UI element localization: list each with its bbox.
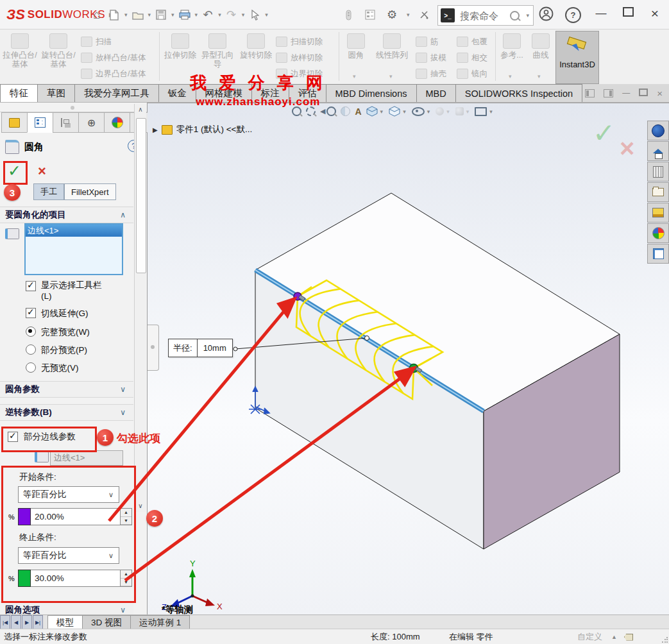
dock-pane-left-icon[interactable] — [585, 89, 595, 97]
section-view-icon[interactable] — [341, 106, 350, 116]
tab-property-manager[interactable] — [27, 112, 53, 133]
xpress-tools-icon[interactable] — [416, 6, 433, 23]
edge-selection-list[interactable]: 边线<1> — [24, 223, 123, 275]
home-icon[interactable]: ⌂ — [89, 6, 105, 23]
radius-callout[interactable]: 半径: 10mm — [168, 339, 233, 357]
search-icon[interactable] — [510, 11, 520, 21]
instant3d-button[interactable]: Instant3D — [555, 31, 599, 84]
tab-appearances[interactable] — [647, 223, 669, 243]
minimize-button[interactable]: — — [591, 7, 611, 20]
select-caret[interactable]: ▾ — [265, 12, 268, 18]
settings-caret[interactable]: ▾ — [407, 12, 410, 18]
graphics-viewport[interactable]: Y X Z ◀ A ▾ ▾ ▾ ▾ ▾ ▾ ▶ 零件1 (默认 — [148, 103, 669, 615]
undo-icon[interactable]: ↶ — [199, 6, 216, 23]
tab-design-library[interactable] — [647, 162, 669, 182]
tab-3d-views[interactable]: 3D 视图 — [82, 615, 131, 629]
tab-mbd[interactable]: MBD — [416, 84, 456, 102]
dock-pane-right-icon[interactable] — [604, 89, 613, 97]
flyout-feature-tree[interactable]: ▶ 零件1 (默认) <<默... — [153, 124, 252, 135]
display-style-icon[interactable]: ▾ — [366, 106, 385, 117]
doc-restore-icon[interactable] — [639, 89, 648, 98]
panel-splitter[interactable] — [0, 103, 147, 112]
resize-grip[interactable] — [661, 637, 668, 643]
new-caret[interactable]: ▾ — [124, 12, 128, 18]
tab-feature-tree[interactable] — [1, 112, 28, 133]
first-tab-icon[interactable]: |◀ — [0, 615, 10, 629]
prev-tab-icon[interactable]: ◀ — [11, 615, 21, 629]
tab-mbd-dimensions[interactable]: MBD Dimensions — [326, 84, 417, 102]
view-orientation-icon[interactable]: ▾ — [389, 106, 407, 117]
status-custom[interactable]: 自定义 — [577, 631, 602, 643]
save-icon[interactable] — [153, 6, 169, 23]
section-setback-parameters[interactable]: 逆转参数(B)∨ — [0, 404, 133, 421]
account-icon[interactable] — [539, 6, 554, 23]
mode-manual-button[interactable]: 手工 — [33, 183, 64, 200]
tab-sketch[interactable]: 草图 — [37, 84, 75, 102]
tab-watermark-tools[interactable]: 我爱分享网工具 — [74, 84, 159, 102]
properties-icon[interactable] — [362, 6, 378, 23]
search-input[interactable] — [459, 10, 510, 22]
scroll-up-icon[interactable]: ∧ — [135, 104, 146, 115]
show-selection-toolbar-checkbox[interactable]: 显示选择工具栏(L) — [26, 280, 102, 301]
scroll-down-icon[interactable]: ∨ — [135, 500, 146, 511]
tab-custom-properties[interactable] — [647, 244, 669, 264]
apply-scene-icon[interactable]: ▾ — [455, 107, 471, 115]
view-settings-icon[interactable]: ▾ — [475, 107, 494, 116]
tab-features[interactable]: 特征 — [0, 84, 38, 102]
close-button[interactable]: × — [645, 6, 665, 21]
doc-minimize-icon[interactable]: — — [622, 89, 630, 97]
tab-model[interactable]: 模型 — [47, 615, 83, 629]
panel-scrollbar[interactable]: ∧ ∨ — [134, 104, 146, 512]
command-search[interactable]: >_ ▾ — [437, 5, 534, 26]
tab-view-palette[interactable] — [647, 203, 669, 223]
full-preview-radio[interactable]: 完整预览(W) — [26, 326, 90, 338]
pm-cancel-button[interactable]: × — [38, 163, 46, 180]
checkbox-icon[interactable] — [26, 281, 36, 291]
tab-sw-inspection[interactable]: SOLIDWORKS Inspection — [455, 84, 582, 102]
radius-value-input[interactable]: 10mm — [198, 339, 232, 357]
open-icon[interactable] — [130, 6, 146, 23]
select-cursor-icon[interactable] — [246, 6, 263, 23]
tab-configuration-manager[interactable] — [53, 112, 79, 133]
radio-icon[interactable] — [26, 344, 36, 355]
help-icon[interactable]: ? — [565, 7, 581, 23]
print-icon[interactable] — [176, 6, 193, 23]
partial-preview-radio[interactable]: 部分预览(P) — [26, 344, 87, 356]
confirmation-cancel-icon[interactable]: × — [620, 134, 634, 163]
radio-icon[interactable] — [26, 326, 36, 337]
new-document-icon[interactable] — [106, 6, 123, 23]
settings-gear-icon[interactable]: ⚙ — [384, 6, 400, 23]
tangent-propagation-checkbox[interactable]: 切线延伸(G) — [26, 308, 89, 319]
search-caret[interactable]: ▾ — [526, 12, 529, 19]
no-preview-radio[interactable]: 无预览(V) — [26, 362, 79, 374]
section-items-to-fillet[interactable]: 要圆角化的项目∧ — [0, 207, 133, 223]
last-tab-icon[interactable]: ▶| — [33, 615, 43, 629]
tab-3dexperience[interactable] — [647, 121, 669, 140]
tag-icon[interactable] — [624, 634, 633, 641]
annotation-visibility-icon[interactable]: A — [355, 106, 361, 117]
radio-icon[interactable] — [26, 362, 36, 373]
mode-filletxpert-button[interactable]: FilletXpert — [64, 183, 116, 200]
save-caret[interactable]: ▾ — [171, 12, 174, 18]
checkbox-icon[interactable] — [26, 308, 36, 318]
tab-home[interactable] — [647, 141, 669, 161]
expand-tree-icon[interactable]: ▶ — [153, 126, 158, 133]
open-caret[interactable]: ▾ — [148, 12, 151, 18]
tab-dimxpert[interactable]: ⊕ — [78, 112, 105, 133]
selected-edge-item[interactable]: 边线<1> — [26, 225, 122, 237]
tab-motion-study[interactable]: 运动算例 1 — [130, 615, 190, 629]
redo-icon[interactable]: ↷ — [223, 6, 240, 23]
undo-caret[interactable]: ▾ — [218, 12, 221, 18]
panel-collapse-handle[interactable] — [148, 325, 159, 371]
doc-close-icon[interactable]: × — [657, 88, 663, 99]
section-fillet-parameters[interactable]: 圆角参数∨ — [0, 381, 133, 398]
status-caret-icon[interactable]: ▲ — [611, 634, 617, 640]
print-caret[interactable]: ▾ — [195, 12, 198, 18]
tab-file-explorer[interactable] — [647, 182, 669, 202]
tab-display-manager[interactable] — [104, 112, 130, 133]
scrollbar-thumb[interactable] — [136, 118, 146, 273]
confirmation-ok-icon[interactable]: ✓ — [593, 117, 615, 149]
edit-appearance-icon[interactable]: ▾ — [436, 107, 451, 115]
redo-caret[interactable]: ▾ — [242, 12, 245, 18]
next-tab-icon[interactable]: ▶ — [22, 615, 32, 629]
